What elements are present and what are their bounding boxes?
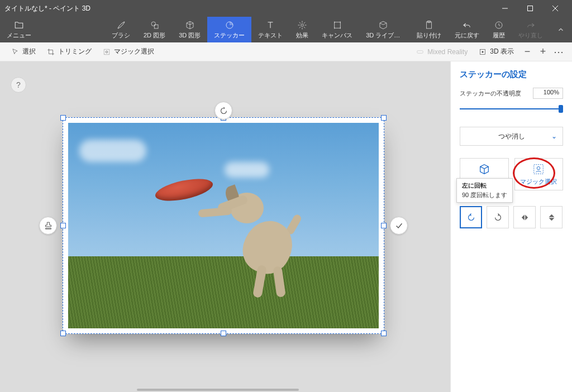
resize-handle[interactable] (381, 223, 387, 228)
magic-select-tool-button[interactable]: マジック選択 (97, 45, 160, 59)
effects-button[interactable]: 効果 (289, 17, 315, 42)
paste-icon (424, 20, 434, 30)
undo-icon (462, 20, 472, 30)
sticker-image[interactable] (63, 117, 384, 334)
effects-label: 効果 (296, 31, 308, 40)
view3d-button[interactable]: 3D 表示 (473, 45, 519, 59)
play-box-icon (479, 48, 487, 56)
svg-rect-1 (527, 6, 532, 11)
resize-handle[interactable] (60, 115, 66, 121)
close-button[interactable] (542, 0, 568, 17)
svg-line-13 (304, 27, 305, 28)
vr-icon (416, 48, 424, 56)
horizontal-scrollbar[interactable] (137, 389, 299, 391)
sticker-button[interactable]: ステッカー (207, 17, 251, 42)
paste-button[interactable]: 貼り付け (410, 17, 448, 42)
cube-icon (478, 163, 490, 175)
svg-point-7 (301, 23, 304, 26)
material-dropdown[interactable]: つや消し ⌄ (460, 127, 563, 146)
text-button[interactable]: テキスト (251, 17, 289, 42)
check-icon (394, 221, 404, 231)
subtoolbar: 選択 トリミング マジック選択 Mixed Reality 3D 表示 − + … (0, 42, 572, 61)
dog-shape (199, 165, 317, 310)
library3d-label: 3D ライブ… (366, 31, 400, 40)
mixed-label: Mixed Reality (427, 48, 468, 56)
zoom-in-button[interactable]: + (535, 44, 551, 60)
brush-button[interactable]: ブラシ (105, 17, 137, 42)
brush-icon (116, 20, 126, 30)
main-area: ? (0, 61, 572, 392)
resize-handle[interactable] (221, 331, 226, 336)
rotate-left-button[interactable] (460, 206, 482, 228)
redo-label: やり直し (518, 31, 543, 40)
canvas-label: キャンバス (322, 31, 352, 40)
crop-tool-button[interactable]: トリミング (41, 45, 97, 59)
maximize-button[interactable] (517, 0, 542, 17)
library-icon (378, 20, 388, 30)
shapes2d-icon (150, 20, 160, 30)
rotate-right-button[interactable] (487, 206, 509, 228)
library3d-button[interactable]: 3D ライブ… (359, 17, 407, 42)
shapes3d-button[interactable]: 3D 図形 (172, 17, 207, 42)
sticker-icon (225, 20, 235, 30)
undo-button[interactable]: 元に戻す (448, 17, 486, 42)
more-button[interactable]: ⋯ (551, 44, 566, 60)
shapes2d-label: 2D 図形 (144, 31, 165, 40)
text-icon (265, 20, 275, 30)
canvas-area[interactable]: ? (0, 61, 450, 392)
chevron-up-icon (557, 26, 565, 34)
shapes3d-label: 3D 図形 (179, 31, 201, 40)
magic-select-icon (103, 48, 111, 56)
stamp-button[interactable] (39, 217, 57, 235)
minimize-button[interactable] (492, 0, 517, 17)
image-content (68, 123, 379, 328)
rotate-icon (219, 106, 228, 116)
undo-label: 元に戻す (455, 31, 479, 40)
ribbon-collapse-button[interactable] (550, 17, 572, 42)
mixed-reality-button[interactable]: Mixed Reality (411, 46, 473, 58)
folder-icon (14, 20, 24, 30)
opacity-label: ステッカーの不透明度 (460, 89, 521, 98)
window-controls (492, 0, 568, 17)
history-icon (494, 20, 504, 30)
cube-icon (185, 20, 195, 30)
paste-label: 貼り付け (417, 31, 441, 40)
canvas-button[interactable]: キャンバス (315, 17, 359, 42)
history-button[interactable]: 履歴 (486, 17, 512, 42)
flip-h-icon (520, 213, 530, 222)
select-tool-button[interactable]: 選択 (6, 45, 41, 59)
dropdown-value: つや消し (498, 132, 525, 141)
flip-vertical-button[interactable] (540, 206, 563, 228)
flip-horizontal-button[interactable] (513, 206, 536, 228)
tooltip: 左に回転 90 度回転します (456, 178, 513, 203)
rotate-left-icon (466, 213, 476, 222)
redo-button[interactable]: やり直し (512, 17, 550, 42)
sticker-label: ステッカー (214, 31, 245, 40)
resize-handle[interactable] (60, 331, 66, 336)
shapes2d-button[interactable]: 2D 図形 (137, 17, 172, 42)
svg-rect-24 (104, 49, 109, 54)
history-label: 履歴 (493, 31, 505, 40)
confirm-button[interactable] (390, 217, 408, 235)
svg-line-12 (299, 22, 301, 23)
svg-point-4 (151, 22, 156, 26)
svg-point-25 (106, 51, 108, 53)
zoom-out-button[interactable]: − (519, 44, 535, 60)
help-button[interactable]: ? (11, 77, 26, 93)
svg-rect-28 (534, 164, 544, 174)
crop-icon (47, 48, 55, 56)
rotate-handle-button[interactable] (214, 102, 232, 119)
svg-line-14 (304, 22, 305, 23)
cursor-icon (11, 48, 19, 56)
window-title: タイトルなし* - ペイント 3D (4, 4, 492, 13)
resize-handle[interactable] (381, 115, 387, 121)
person-select-icon (532, 163, 545, 175)
opacity-input[interactable]: 100% (533, 88, 563, 99)
resize-handle[interactable] (60, 223, 66, 228)
magic-select-button[interactable]: マジック選択 (514, 158, 564, 190)
menu-button[interactable]: メニュー (0, 17, 38, 42)
resize-handle[interactable] (381, 331, 387, 336)
opacity-slider[interactable] (460, 103, 563, 114)
flip-v-icon (547, 213, 556, 222)
rotate-right-icon (493, 213, 503, 222)
